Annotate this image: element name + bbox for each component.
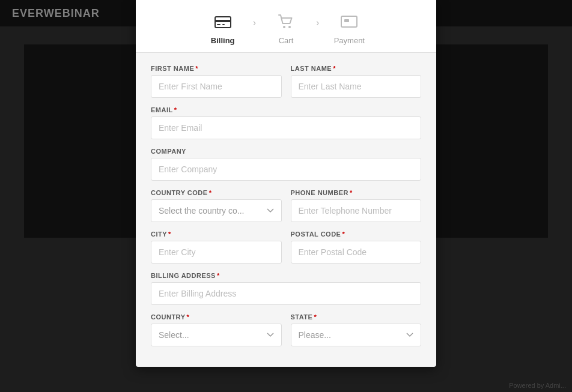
city-input[interactable]: [151, 241, 282, 264]
billing-address-required: *: [217, 272, 220, 279]
cart-step-label: Cart: [279, 36, 294, 45]
phone-number-group: PHONE NUMBER*: [291, 189, 422, 222]
last-name-label: LAST NAME*: [291, 65, 422, 72]
phone-number-label: PHONE NUMBER*: [291, 189, 422, 196]
arrow-1: ›: [253, 17, 256, 39]
stepper: Billing › Cart › Payment: [136, 0, 436, 53]
last-name-group: LAST NAME*: [291, 65, 422, 98]
billing-icon: [212, 11, 234, 32]
state-required: *: [314, 313, 317, 321]
country-code-group: COUNTRY CODE* Select the country co...: [151, 189, 282, 222]
payment-step-label: Payment: [334, 36, 365, 45]
billing-address-row: BILLING ADDRESS*: [151, 272, 421, 305]
step-payment[interactable]: Payment: [325, 11, 373, 45]
country-code-select[interactable]: Select the country co...: [151, 199, 282, 222]
country-group: COUNTRY* Select...: [151, 313, 282, 346]
country-code-select-wrapper: Select the country co...: [151, 199, 282, 222]
city-group: CITY*: [151, 231, 282, 264]
state-group: STATE* Please...: [291, 313, 422, 346]
payment-icon: [338, 11, 360, 32]
postal-code-input[interactable]: [291, 241, 422, 264]
step-billing[interactable]: Billing: [199, 11, 247, 45]
last-name-required: *: [333, 65, 336, 72]
email-group: EMAIL*: [151, 106, 421, 139]
state-select-wrapper: Please...: [291, 324, 422, 346]
country-code-required: *: [209, 189, 212, 196]
postal-code-label: POSTAL CODE*: [291, 231, 422, 238]
svg-point-5: [288, 26, 291, 28]
email-input[interactable]: [151, 116, 421, 139]
billing-address-input[interactable]: [151, 282, 421, 305]
first-name-input[interactable]: [151, 75, 282, 98]
country-state-row: COUNTRY* Select... STATE* Please...: [151, 313, 421, 346]
cart-icon: [275, 11, 297, 32]
svg-rect-1: [215, 20, 231, 22]
arrow-2: ›: [316, 17, 319, 39]
country-select-wrapper: Select...: [151, 324, 282, 346]
email-label: EMAIL*: [151, 106, 421, 113]
city-postal-row: CITY* POSTAL CODE*: [151, 231, 421, 264]
svg-rect-7: [344, 19, 349, 22]
country-label: COUNTRY*: [151, 313, 282, 321]
billing-address-group: BILLING ADDRESS*: [151, 272, 421, 305]
company-input[interactable]: [151, 158, 421, 181]
company-group: COMPANY: [151, 148, 421, 181]
svg-point-4: [283, 26, 285, 28]
billing-step-label: Billing: [211, 36, 235, 45]
billing-form: FIRST NAME* LAST NAME* EMAIL*: [136, 53, 436, 367]
city-required: *: [168, 231, 171, 238]
last-name-input[interactable]: [291, 75, 422, 98]
svg-rect-3: [222, 24, 225, 25]
email-required: *: [174, 106, 177, 113]
step-cart[interactable]: Cart: [262, 11, 310, 45]
first-name-group: FIRST NAME*: [151, 65, 282, 98]
postal-code-group: POSTAL CODE*: [291, 231, 422, 264]
billing-modal: Billing › Cart › Payment: [136, 0, 436, 367]
billing-address-label: BILLING ADDRESS*: [151, 272, 421, 279]
phone-row: COUNTRY CODE* Select the country co... P…: [151, 189, 421, 222]
phone-number-input[interactable]: [291, 199, 422, 222]
postal-code-required: *: [342, 231, 345, 238]
city-label: CITY*: [151, 231, 282, 238]
country-code-label: COUNTRY CODE*: [151, 189, 282, 196]
phone-required: *: [350, 189, 353, 196]
first-name-label: FIRST NAME*: [151, 65, 282, 72]
company-row: COMPANY: [151, 148, 421, 181]
name-row: FIRST NAME* LAST NAME*: [151, 65, 421, 98]
email-row: EMAIL*: [151, 106, 421, 139]
svg-rect-2: [217, 24, 221, 25]
state-label: STATE*: [291, 313, 422, 321]
first-name-required: *: [195, 65, 198, 72]
company-label: COMPANY: [151, 148, 421, 155]
state-select[interactable]: Please...: [291, 324, 422, 346]
country-required: *: [186, 313, 189, 321]
country-select[interactable]: Select...: [151, 324, 282, 346]
